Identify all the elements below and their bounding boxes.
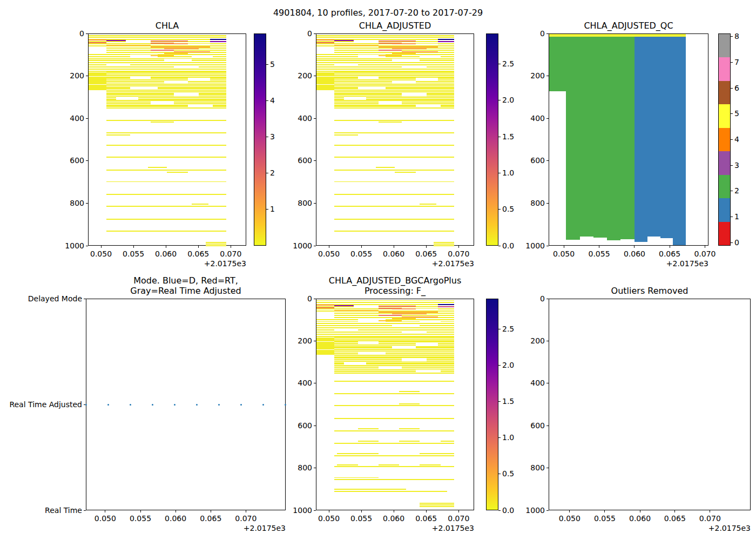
heatmap-cell (106, 96, 226, 97)
heatmap-cell (416, 105, 441, 107)
heatmap-cell (392, 346, 415, 349)
x-tick-label: 0.070 (694, 514, 726, 523)
y-tick-mark (546, 76, 549, 76)
colorbar-tick-mark (731, 139, 733, 140)
heatmap-cell (334, 45, 379, 46)
heatmap-cell (334, 357, 454, 359)
heatmap-cell (379, 320, 402, 321)
heatmap-cell (358, 341, 379, 344)
colorbar-tick-mark (731, 165, 733, 166)
heatmap-cell (438, 41, 455, 42)
heatmap-cell (334, 491, 447, 492)
x-tick-label: 0.065 (653, 249, 686, 259)
heatmap-cell (106, 87, 226, 88)
y-tick-mark (314, 510, 316, 511)
y-tick-mark (86, 76, 88, 76)
heatmap-cell (316, 76, 334, 77)
heatmap-cell (334, 96, 454, 97)
heatmap-cell (316, 84, 334, 85)
y-tick-label: Real Time (0, 506, 82, 515)
heatmap-cell (392, 313, 427, 314)
y-tick-label: 600 (458, 421, 545, 430)
mode-data-point (174, 404, 176, 406)
heatmap-cell (106, 132, 226, 133)
heatmap-cell (402, 331, 427, 334)
heatmap-cell (334, 94, 454, 95)
x-tick-label: 0.070 (442, 514, 475, 523)
x-tick-label: 0.050 (313, 249, 345, 259)
heatmap-cell (106, 145, 226, 146)
y-tick-mark (84, 299, 86, 299)
y-tick-label: 1000 (458, 506, 545, 515)
x-tick-mark (133, 246, 134, 248)
heatmap-cell (210, 41, 227, 42)
colorbar-tick-label: 2.0 (502, 361, 529, 370)
colorbar-tick-mark (731, 113, 733, 114)
y-tick-label: 0 (226, 294, 312, 303)
y-tick-mark (314, 468, 316, 468)
heatmap-cell (379, 55, 402, 56)
heatmap-cell (334, 373, 454, 374)
heatmap-cell (334, 219, 454, 220)
y-tick-mark (314, 76, 316, 76)
colorbar-tick-label: 1.0 (502, 168, 529, 178)
mode-data-point (240, 404, 242, 406)
y-tick-mark (314, 426, 316, 426)
heatmap-cell (334, 329, 357, 332)
colorbar-tick-label: 3 (270, 132, 297, 141)
heatmap-cell (395, 172, 415, 173)
heatmap-cell (379, 46, 438, 48)
heatmap-cell (106, 181, 226, 183)
colorbar-tick-mark (498, 137, 501, 137)
heatmap-cell (358, 352, 386, 355)
heatmap-cell (316, 58, 454, 59)
x-tick-mark (198, 246, 199, 248)
y-tick-mark (546, 246, 549, 246)
cbar-chla-adjusted (486, 33, 498, 246)
colorbar-tick-label: 0.5 (502, 205, 529, 214)
heatmap-cell (402, 316, 437, 318)
colorbar-tick-mark (266, 209, 268, 210)
heatmap-cell (334, 75, 454, 76)
heatmap-cell (334, 455, 454, 456)
heatmap-cell (116, 97, 138, 100)
mode-data-point (85, 404, 87, 406)
y-tick-mark (314, 203, 316, 204)
colorbar-tick-mark (498, 100, 501, 100)
heatmap-cell (316, 341, 334, 342)
panel-outliers (549, 299, 751, 510)
y-tick-mark (84, 510, 86, 511)
heatmap-cell (316, 332, 454, 333)
heatmap-cell (174, 51, 210, 52)
x-tick-mark (101, 246, 102, 248)
heatmap-cell (334, 170, 454, 171)
qc-column (634, 37, 647, 242)
x-tick-label: 0.070 (688, 249, 721, 259)
heatmap-cell (106, 120, 226, 121)
heatmap-cell (106, 91, 226, 92)
heatmap-cell (402, 93, 427, 96)
y-tick-label: 800 (458, 199, 545, 208)
colorbar-tick-mark (731, 88, 733, 89)
colorbar-tick-mark (731, 242, 733, 243)
colorbar-tick-label: 0.0 (502, 241, 529, 251)
colorbar-tick-mark (266, 173, 268, 173)
x-tick-mark (599, 246, 599, 248)
y-tick-label: 1000 (226, 241, 312, 251)
qc-top-strip (549, 34, 686, 37)
qc-column (549, 37, 566, 91)
heatmap-cell (399, 428, 420, 429)
y-tick-label: 200 (458, 71, 545, 80)
colorbar-tick-label: 1.5 (502, 397, 529, 406)
heatmap-cell (188, 105, 213, 107)
x-tick-mark (361, 510, 362, 512)
heatmap-cell (334, 477, 379, 478)
heatmap-cell (334, 181, 454, 183)
heatmap-cell (316, 48, 334, 53)
colorbar-tick-mark (498, 401, 501, 402)
heatmap-cell (106, 134, 130, 136)
x-tick-mark (604, 510, 605, 512)
cbar-chla (254, 33, 266, 246)
x-tick-mark (105, 510, 105, 512)
colorbar-tick-label: 1 (734, 212, 756, 221)
